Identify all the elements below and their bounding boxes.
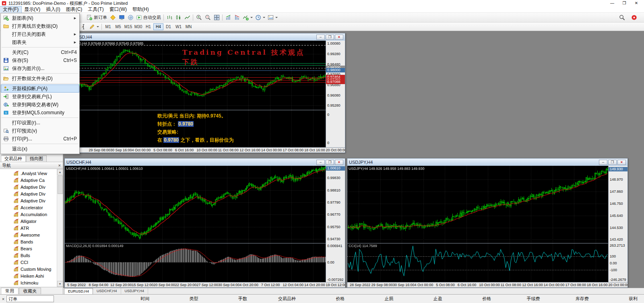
menu-图表(C)[interactable]: 图表(C) [63, 6, 85, 13]
chart-window-titlebar[interactable]: EURUSD,H4 – ❐ × [65, 33, 345, 41]
file-menu-item[interactable]: 打印预览(v) [1, 127, 79, 135]
navigator-item[interactable]: Adaptive Div [0, 197, 63, 204]
chart-candles-button[interactable] [174, 14, 183, 22]
menu-窗口(W)[interactable]: 窗口(W) [107, 6, 130, 13]
navigator-item[interactable]: Bands [0, 238, 63, 245]
window-close-button[interactable]: × [335, 160, 343, 165]
timeframe-M1[interactable]: M1 [103, 23, 113, 30]
autotrading-button[interactable]: 自动交易 [135, 14, 162, 22]
indicator-canvas[interactable] [65, 243, 326, 282]
timeframe-H1[interactable]: H1 [143, 23, 153, 30]
window-restore-button[interactable]: ❐ [326, 160, 334, 165]
navigator-item[interactable]: Alligator [0, 218, 63, 225]
chart-bars-button[interactable] [165, 14, 174, 22]
file-menu-item[interactable]: 图表夹► [1, 38, 79, 46]
file-menu-item[interactable]: 登录到交易账户(L) [1, 93, 79, 101]
minimize-button[interactable]: — [606, 0, 618, 6]
community-button[interactable]: @ [126, 14, 135, 22]
menu-文件(F)[interactable]: 文件(F) [0, 6, 21, 13]
window-restore-button[interactable]: ❐ [326, 35, 334, 40]
file-menu-item[interactable]: 开新模拟帐户(A) [1, 85, 79, 93]
indicator-pane[interactable]: ...Views 欧元/美元 当日内: 期待0.9745。转折点： 0.9780… [65, 110, 326, 147]
chart-window-titlebar[interactable]: USDCHF,H4 – ❐ × [65, 159, 345, 166]
market-watch-tab-交易品种[interactable]: 交易品种 [1, 155, 26, 162]
indicator-canvas[interactable] [347, 243, 608, 282]
periods-button[interactable] [254, 14, 266, 22]
navigator-item[interactable]: CCI [0, 259, 63, 266]
indicators-asc-button[interactable] [224, 14, 233, 22]
navigator-item[interactable]: Custom Moving [0, 266, 63, 272]
file-menu-item[interactable]: 打开数据文件夹(D) [1, 74, 79, 82]
terminal-close-icon[interactable]: × [0, 297, 6, 301]
file-menu-item[interactable]: 打印设置(r)... [1, 119, 79, 127]
file-menu-item[interactable]: 保存(S)Ctrl+S [1, 56, 79, 64]
search-button[interactable] [617, 14, 626, 22]
file-menu-item[interactable]: 关闭(C)Ctrl+F4 [1, 48, 79, 56]
window-close-button[interactable]: × [335, 35, 343, 40]
navigator-item[interactable]: Adaptive Ca [0, 177, 63, 183]
navigator-tab-常用[interactable]: 常用 [1, 288, 19, 294]
window-minimize-button[interactable]: – [599, 160, 607, 165]
chart-line-button[interactable] [183, 14, 192, 22]
metaeditor-button[interactable] [108, 14, 117, 22]
navigator-item[interactable]: Bears [0, 245, 63, 252]
market-button[interactable] [117, 14, 126, 22]
add-indicator-button[interactable] [242, 14, 254, 22]
file-menu-item[interactable]: 退出(x) [1, 145, 79, 153]
menu-帮助(H)[interactable]: 帮助(H) [130, 6, 152, 13]
indicators-desc-button[interactable] [233, 14, 242, 22]
indicator-pane[interactable]: MACD(12,26,9) 0.001894 0.000149 [65, 243, 326, 282]
timeframe-M30[interactable]: M30 [133, 23, 143, 30]
scroll-up-icon[interactable]: ▲ [57, 169, 63, 175]
navigator-tab-收藏夹[interactable]: 收藏夹 [19, 288, 41, 294]
templates-button[interactable] [266, 14, 279, 22]
indicator-pane[interactable]: CCI(14) 114.7589 [347, 243, 608, 282]
window-minimize-button[interactable]: – [316, 35, 325, 40]
navigator-item[interactable]: ATR [0, 225, 63, 231]
menu-插入(I)[interactable]: 插入(I) [43, 6, 63, 13]
file-menu-item[interactable]: 打印(P)...Ctrl+P [1, 135, 79, 143]
navigator-item[interactable]: Accumulation [0, 211, 63, 218]
zoom-out-button[interactable] [203, 14, 212, 22]
terminal-tab-orders[interactable]: 订单 [6, 295, 54, 302]
close-button[interactable]: ✕ [630, 0, 642, 6]
file-menu-item[interactable]: 登录到网络交易者(W) [1, 101, 79, 109]
navigator-item[interactable]: Heiken Ashi [0, 272, 63, 279]
navigator-item[interactable]: Bulls [0, 252, 63, 259]
pencil-button[interactable] [88, 23, 100, 31]
timeframe-M15[interactable]: M15 [123, 23, 133, 30]
chart-tab-USDCHF,H4[interactable]: USDCHF,H4 [93, 288, 121, 294]
navigator-item[interactable]: .Analyst View [0, 170, 63, 177]
navigator-item[interactable]: Awesome [0, 231, 63, 238]
zoom-in-button[interactable] [194, 14, 203, 22]
navigator-item[interactable]: Ichimoku [0, 279, 63, 286]
menu-显示(V)[interactable]: 显示(V) [21, 6, 43, 13]
maximize-button[interactable]: ❐ [618, 0, 630, 6]
navigator-scrollbar[interactable]: ▲ ▼ [57, 169, 63, 287]
file-menu-item[interactable]: 保存为图片(i)... [1, 64, 79, 72]
menu-工具(T)[interactable]: 工具(T) [85, 6, 106, 13]
price-chart[interactable]: USDJPY,H4 149.926 149.958 149.883 149.93… [347, 166, 608, 243]
alert-button[interactable] [630, 14, 638, 22]
navigator-item[interactable]: Adaptive Div [0, 183, 63, 190]
price-chart[interactable]: USDCHF,H4 1.00506 1.00641 1.00501 1.0061… [65, 166, 326, 243]
chart-tab-EURUSD,H4[interactable]: EURUSD,H4 [64, 288, 93, 294]
tile-windows-button[interactable] [212, 14, 221, 22]
window-minimize-button[interactable]: – [316, 160, 325, 165]
file-menu-item[interactable]: 新图表(N)► [1, 14, 79, 22]
price-chart-canvas[interactable] [65, 166, 326, 243]
chart-tab-USDJPY,H4[interactable]: USDJPY,H4 [121, 288, 148, 294]
market-watch-tab-指向图[interactable]: 指向图 [26, 155, 47, 162]
scrollbar-thumb[interactable] [58, 175, 63, 194]
timeframe-H4[interactable]: H4 [153, 23, 163, 30]
price-chart-canvas[interactable] [347, 166, 608, 243]
chart-window-titlebar[interactable]: USDJPY,H4 – ❐ × [347, 159, 627, 166]
file-menu-item[interactable]: 打开已关闭图表► [1, 30, 79, 38]
navigator-item[interactable]: Accelerator [0, 204, 63, 211]
scroll-down-icon[interactable]: ▼ [57, 281, 63, 287]
timeframe-W1[interactable]: W1 [173, 23, 184, 30]
timeframe-MN[interactable]: MN [184, 23, 194, 30]
file-menu-item[interactable]: 打开离线历史数据(O) [1, 22, 79, 30]
timeframe-D1[interactable]: D1 [163, 23, 173, 30]
navigator-item[interactable]: Adaptive Div [0, 190, 63, 197]
